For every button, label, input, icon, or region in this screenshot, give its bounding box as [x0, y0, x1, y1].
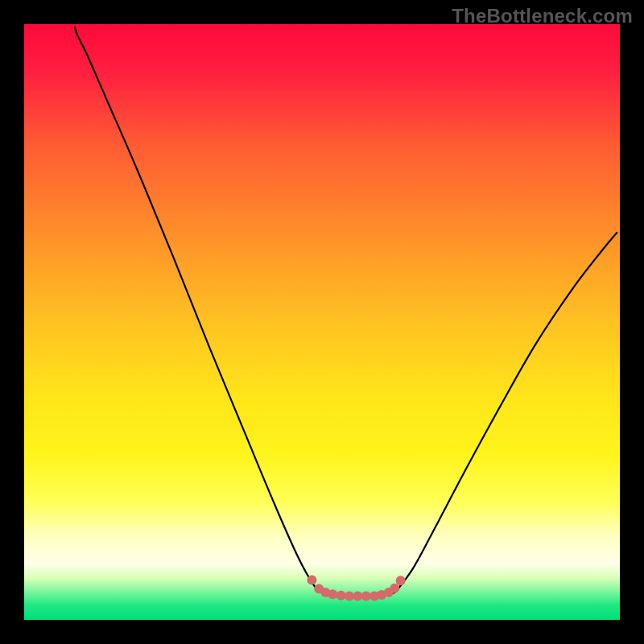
chart-frame: TheBottleneck.com: [0, 0, 644, 644]
optimal-band-dot: [396, 576, 406, 585]
optimal-band-dot: [328, 589, 337, 599]
optimal-band-dot: [390, 584, 399, 593]
optimal-band-dot: [345, 591, 354, 601]
optimal-band-dot: [353, 591, 362, 601]
bottleneck-chart: [0, 0, 644, 644]
optimal-band-dot: [361, 591, 371, 601]
optimal-band-dot: [336, 591, 346, 601]
watermark-text: TheBottleneck.com: [452, 5, 633, 27]
optimal-band-dot: [307, 575, 316, 584]
